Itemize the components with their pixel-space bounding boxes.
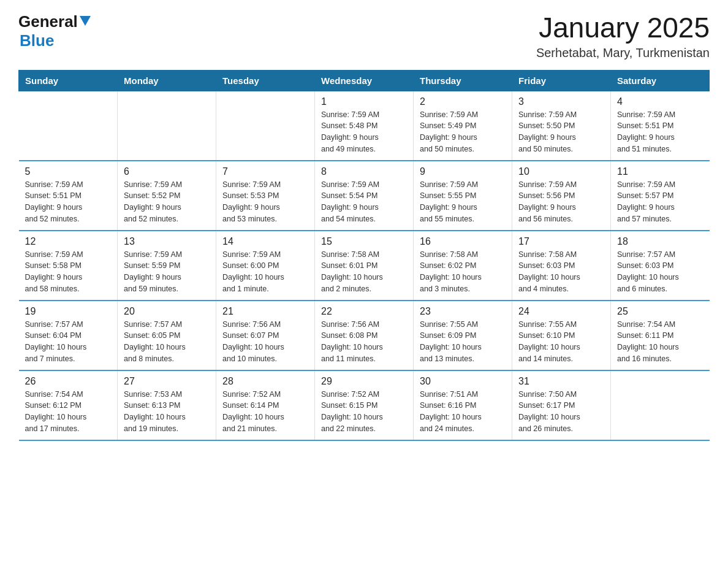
calendar-cell: 10Sunrise: 7:59 AM Sunset: 5:56 PM Dayli…	[512, 161, 611, 231]
day-info: Sunrise: 7:59 AM Sunset: 5:49 PM Dayligh…	[420, 109, 506, 155]
day-number: 27	[124, 376, 210, 387]
calendar-cell: 18Sunrise: 7:57 AM Sunset: 6:03 PM Dayli…	[611, 231, 710, 301]
day-info: Sunrise: 7:57 AM Sunset: 6:04 PM Dayligh…	[25, 319, 112, 365]
day-number: 5	[25, 166, 112, 177]
day-number: 30	[420, 376, 506, 387]
col-monday: Monday	[118, 70, 216, 91]
calendar-cell: 17Sunrise: 7:58 AM Sunset: 6:03 PM Dayli…	[512, 231, 611, 301]
calendar-week-row: 5Sunrise: 7:59 AM Sunset: 5:51 PM Daylig…	[19, 161, 710, 231]
calendar-cell: 5Sunrise: 7:59 AM Sunset: 5:51 PM Daylig…	[19, 161, 118, 231]
col-thursday: Thursday	[414, 70, 512, 91]
day-number: 17	[518, 236, 604, 247]
day-number: 2	[420, 96, 506, 107]
calendar-cell: 1Sunrise: 7:59 AM Sunset: 5:48 PM Daylig…	[315, 91, 414, 161]
day-info: Sunrise: 7:52 AM Sunset: 6:15 PM Dayligh…	[321, 389, 407, 435]
day-info: Sunrise: 7:50 AM Sunset: 6:17 PM Dayligh…	[518, 389, 604, 435]
day-info: Sunrise: 7:59 AM Sunset: 5:56 PM Dayligh…	[518, 179, 604, 225]
day-info: Sunrise: 7:59 AM Sunset: 5:51 PM Dayligh…	[25, 179, 112, 225]
calendar-cell	[19, 91, 118, 161]
day-info: Sunrise: 7:59 AM Sunset: 5:48 PM Dayligh…	[321, 109, 407, 155]
calendar-cell: 19Sunrise: 7:57 AM Sunset: 6:04 PM Dayli…	[19, 301, 118, 370]
day-info: Sunrise: 7:54 AM Sunset: 6:12 PM Dayligh…	[25, 389, 112, 435]
col-saturday: Saturday	[611, 70, 710, 91]
day-info: Sunrise: 7:57 AM Sunset: 6:03 PM Dayligh…	[617, 249, 703, 295]
day-number: 22	[321, 306, 407, 317]
calendar-cell: 25Sunrise: 7:54 AM Sunset: 6:11 PM Dayli…	[611, 301, 710, 370]
calendar-cell: 29Sunrise: 7:52 AM Sunset: 6:15 PM Dayli…	[315, 370, 414, 440]
calendar-cell: 6Sunrise: 7:59 AM Sunset: 5:52 PM Daylig…	[118, 161, 216, 231]
logo-line1: General	[18, 12, 91, 31]
day-number: 29	[321, 376, 407, 387]
day-info: Sunrise: 7:51 AM Sunset: 6:16 PM Dayligh…	[420, 389, 506, 435]
day-info: Sunrise: 7:59 AM Sunset: 5:55 PM Dayligh…	[420, 179, 506, 225]
calendar-cell	[216, 91, 315, 161]
day-number: 25	[617, 306, 703, 317]
day-info: Sunrise: 7:59 AM Sunset: 5:52 PM Dayligh…	[124, 179, 210, 225]
day-info: Sunrise: 7:52 AM Sunset: 6:14 PM Dayligh…	[222, 389, 308, 435]
day-info: Sunrise: 7:59 AM Sunset: 5:57 PM Dayligh…	[617, 179, 703, 225]
day-info: Sunrise: 7:56 AM Sunset: 6:07 PM Dayligh…	[222, 319, 308, 365]
day-number: 16	[420, 236, 506, 247]
calendar-cell: 24Sunrise: 7:55 AM Sunset: 6:10 PM Dayli…	[512, 301, 611, 370]
calendar-cell: 9Sunrise: 7:59 AM Sunset: 5:55 PM Daylig…	[414, 161, 512, 231]
day-info: Sunrise: 7:55 AM Sunset: 6:09 PM Dayligh…	[420, 319, 506, 365]
calendar-subtitle: Serhetabat, Mary, Turkmenistan	[536, 46, 710, 60]
day-number: 23	[420, 306, 506, 317]
day-info: Sunrise: 7:55 AM Sunset: 6:10 PM Dayligh…	[518, 319, 604, 365]
day-info: Sunrise: 7:59 AM Sunset: 5:53 PM Dayligh…	[222, 179, 308, 225]
calendar-cell: 7Sunrise: 7:59 AM Sunset: 5:53 PM Daylig…	[216, 161, 315, 231]
day-number: 19	[25, 306, 112, 317]
calendar-cell: 14Sunrise: 7:59 AM Sunset: 6:00 PM Dayli…	[216, 231, 315, 301]
calendar-cell: 20Sunrise: 7:57 AM Sunset: 6:05 PM Dayli…	[118, 301, 216, 370]
day-info: Sunrise: 7:59 AM Sunset: 5:58 PM Dayligh…	[25, 249, 112, 295]
col-friday: Friday	[512, 70, 611, 91]
day-number: 12	[25, 236, 112, 247]
calendar-cell: 3Sunrise: 7:59 AM Sunset: 5:50 PM Daylig…	[512, 91, 611, 161]
day-number: 11	[617, 166, 703, 177]
logo-general-text: General	[18, 12, 78, 31]
day-number: 7	[222, 166, 308, 177]
day-number: 18	[617, 236, 703, 247]
calendar-week-row: 12Sunrise: 7:59 AM Sunset: 5:58 PM Dayli…	[19, 231, 710, 301]
logo-blue-text: Blue	[20, 31, 54, 50]
title-block: January 2025 Serhetabat, Mary, Turkmenis…	[536, 12, 710, 60]
day-number: 24	[518, 306, 604, 317]
calendar-cell: 27Sunrise: 7:53 AM Sunset: 6:13 PM Dayli…	[118, 370, 216, 440]
calendar-week-row: 26Sunrise: 7:54 AM Sunset: 6:12 PM Dayli…	[19, 370, 710, 440]
day-info: Sunrise: 7:56 AM Sunset: 6:08 PM Dayligh…	[321, 319, 407, 365]
day-info: Sunrise: 7:59 AM Sunset: 6:00 PM Dayligh…	[222, 249, 308, 295]
calendar-cell: 23Sunrise: 7:55 AM Sunset: 6:09 PM Dayli…	[414, 301, 512, 370]
col-wednesday: Wednesday	[315, 70, 414, 91]
calendar-cell: 12Sunrise: 7:59 AM Sunset: 5:58 PM Dayli…	[19, 231, 118, 301]
day-number: 1	[321, 96, 407, 107]
col-tuesday: Tuesday	[216, 70, 315, 91]
calendar-week-row: 19Sunrise: 7:57 AM Sunset: 6:04 PM Dayli…	[19, 301, 710, 370]
day-number: 9	[420, 166, 506, 177]
day-info: Sunrise: 7:58 AM Sunset: 6:03 PM Dayligh…	[518, 249, 604, 295]
day-info: Sunrise: 7:59 AM Sunset: 5:50 PM Dayligh…	[518, 109, 604, 155]
calendar-cell: 26Sunrise: 7:54 AM Sunset: 6:12 PM Dayli…	[19, 370, 118, 440]
calendar-cell: 28Sunrise: 7:52 AM Sunset: 6:14 PM Dayli…	[216, 370, 315, 440]
day-number: 10	[518, 166, 604, 177]
col-sunday: Sunday	[19, 70, 118, 91]
day-number: 4	[617, 96, 703, 107]
logo: General Blue	[18, 12, 91, 50]
calendar-title: January 2025	[536, 12, 710, 44]
day-number: 31	[518, 376, 604, 387]
day-number: 15	[321, 236, 407, 247]
logo-arrow-icon	[80, 16, 91, 26]
day-info: Sunrise: 7:58 AM Sunset: 6:01 PM Dayligh…	[321, 249, 407, 295]
calendar-header-row: Sunday Monday Tuesday Wednesday Thursday…	[19, 70, 710, 91]
day-info: Sunrise: 7:53 AM Sunset: 6:13 PM Dayligh…	[124, 389, 210, 435]
day-info: Sunrise: 7:54 AM Sunset: 6:11 PM Dayligh…	[617, 319, 703, 365]
day-number: 6	[124, 166, 210, 177]
day-number: 20	[124, 306, 210, 317]
day-info: Sunrise: 7:59 AM Sunset: 5:51 PM Dayligh…	[617, 109, 703, 155]
calendar-cell: 16Sunrise: 7:58 AM Sunset: 6:02 PM Dayli…	[414, 231, 512, 301]
day-number: 13	[124, 236, 210, 247]
calendar-cell: 21Sunrise: 7:56 AM Sunset: 6:07 PM Dayli…	[216, 301, 315, 370]
day-number: 21	[222, 306, 308, 317]
calendar-cell: 30Sunrise: 7:51 AM Sunset: 6:16 PM Dayli…	[414, 370, 512, 440]
calendar-cell: 13Sunrise: 7:59 AM Sunset: 5:59 PM Dayli…	[118, 231, 216, 301]
day-info: Sunrise: 7:58 AM Sunset: 6:02 PM Dayligh…	[420, 249, 506, 295]
